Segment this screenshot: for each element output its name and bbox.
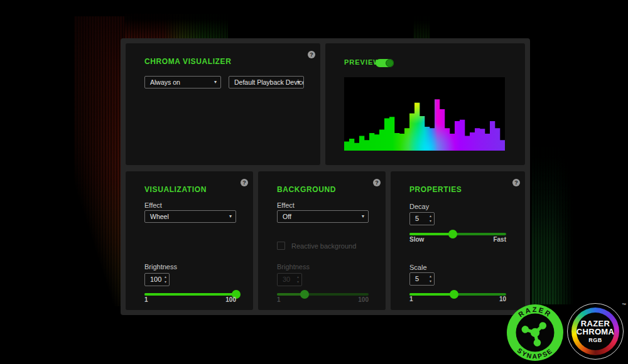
properties-panel: PROPERTIES ? Decay 5 ▴▾ Slow Fast Scale …: [391, 171, 525, 310]
decay-spinner[interactable]: 5 ▴▾: [409, 212, 435, 225]
slider-range-labels: 1 100: [277, 296, 369, 303]
brightness-label: Brightness: [144, 263, 177, 270]
spinner-up-icon: ▴: [297, 274, 299, 279]
scale-max-label: 10: [499, 296, 506, 302]
spinner-down-icon[interactable]: ▾: [430, 218, 431, 223]
decay-value: 5: [415, 215, 419, 222]
brightness-value: 100: [150, 276, 161, 283]
scale-min-label: 1: [409, 296, 413, 302]
slider-max-label: 100: [225, 296, 236, 303]
checkbox-icon[interactable]: [277, 242, 285, 250]
scale-label: Scale: [409, 264, 427, 271]
slider-track[interactable]: [409, 233, 506, 235]
spinner-steppers: ▴▾: [297, 274, 299, 284]
razer-chroma-rgb-badge: RAZER CHROMA RGB ™: [567, 303, 624, 360]
scale-value: 5: [415, 275, 419, 282]
visualization-effect-dropdown[interactable]: Wheel ▾: [144, 210, 236, 223]
slider-track[interactable]: [144, 293, 236, 296]
visualizer-mode-value: Always on: [150, 78, 180, 86]
background-effect-dropdown[interactable]: Off ▾: [277, 210, 369, 223]
slider-min-label: 1: [144, 296, 148, 303]
scale-range-labels: 1 10: [409, 296, 506, 302]
spinner-up-icon[interactable]: ▴: [430, 213, 431, 218]
help-icon[interactable]: ?: [308, 51, 315, 58]
chevron-down-icon: ▾: [362, 211, 364, 222]
visualizer-mode-dropdown[interactable]: Always on ▾: [144, 76, 221, 88]
scale-spinner[interactable]: 5 ▴▾: [409, 272, 435, 286]
spinner-down-icon[interactable]: ▾: [165, 279, 166, 284]
reactive-background-checkbox-row[interactable]: Reactive background: [277, 242, 356, 250]
help-icon[interactable]: ?: [373, 179, 381, 186]
spinner-steppers[interactable]: ▴▾: [165, 274, 166, 284]
effect-value: Off: [283, 213, 291, 220]
brightness-spinner[interactable]: 100 ▴▾: [144, 273, 170, 286]
spinner-steppers[interactable]: ▴▾: [430, 213, 431, 223]
visualization-panel: VISUALIZATION ? Effect Wheel ▾ Brightnes…: [126, 171, 253, 310]
chroma-badge-line3: RGB: [588, 337, 602, 343]
preview-panel: PREVIEW: [325, 43, 525, 165]
slider-max-label: 100: [358, 296, 369, 303]
brightness-value: 30: [283, 276, 290, 283]
help-icon[interactable]: ?: [241, 179, 248, 186]
spinner-down-icon: ▾: [297, 279, 299, 284]
background-title: BACKGROUND: [277, 185, 336, 194]
slider-range-labels: 1 100: [144, 296, 236, 303]
chroma-badge-center: RAZER CHROMA RGB: [577, 313, 614, 350]
spinner-down-icon[interactable]: ▾: [430, 279, 431, 284]
chevron-down-icon: ▾: [214, 77, 217, 88]
background-brightness-spinner: 30 ▴▾: [277, 273, 302, 286]
chroma-visualizer-panel: CHROMA VISUALIZER ? Always on ▾ Default …: [126, 43, 320, 165]
decay-max-label: Fast: [493, 236, 506, 243]
effect-value: Wheel: [150, 213, 169, 220]
reactive-background-label: Reactive background: [291, 242, 356, 250]
background-bars-texture: [531, 147, 574, 304]
brightness-label: Brightness: [277, 263, 310, 270]
slider-track: [277, 293, 369, 296]
slider-fill: [409, 233, 453, 235]
playback-device-dropdown[interactable]: Default Playback Device ▾: [229, 76, 304, 88]
preview-screen: [344, 77, 505, 151]
decay-label: Decay: [409, 203, 429, 210]
spinner-up-icon[interactable]: ▴: [165, 274, 166, 279]
spinner-up-icon[interactable]: ▴: [430, 274, 431, 279]
help-icon[interactable]: ?: [512, 179, 520, 186]
chevron-down-icon: ▾: [297, 77, 300, 88]
decay-range-labels: Slow Fast: [409, 236, 506, 243]
background-fade: [531, 147, 574, 304]
chroma-visualizer-title: CHROMA VISUALIZER: [144, 57, 231, 66]
properties-title: PROPERTIES: [409, 185, 462, 194]
background-panel: BACKGROUND ? Effect Off ▾ Reactive backg…: [258, 171, 386, 310]
slider-fill: [144, 293, 236, 296]
chevron-down-icon: ▾: [229, 211, 232, 222]
playback-device-value: Default Playback Device: [234, 78, 304, 86]
visualization-title: VISUALIZATION: [144, 185, 207, 194]
background-visualizer-green-glow: [531, 147, 574, 304]
decay-min-label: Slow: [409, 236, 424, 243]
effect-label: Effect: [277, 201, 295, 209]
spectrum-visualization: [344, 77, 505, 151]
preview-toggle[interactable]: [376, 59, 394, 67]
razer-synapse-badge: RAZER SYNAPSE: [506, 304, 564, 361]
trademark-symbol: ™: [622, 302, 626, 307]
effect-label: Effect: [144, 201, 162, 209]
chroma-badge-line2: CHROMA: [577, 328, 614, 336]
toggle-knob: [386, 59, 394, 67]
slider-min-label: 1: [277, 296, 281, 303]
spinner-steppers[interactable]: ▴▾: [430, 274, 431, 284]
